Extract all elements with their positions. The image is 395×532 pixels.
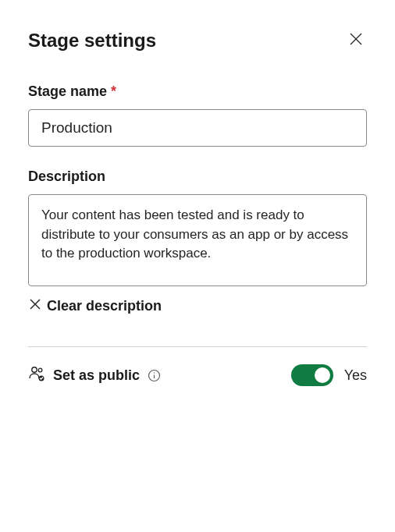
stage-name-label-text: Stage name [28,83,107,99]
toggle-value-label: Yes [344,367,367,384]
set-as-public-label: Set as public [53,367,140,384]
required-marker: * [111,83,116,99]
toggle-knob [315,367,330,383]
description-label: Description [28,168,367,185]
stage-name-input[interactable] [28,109,367,147]
set-as-public-toggle[interactable] [291,364,333,386]
svg-point-5 [38,368,42,372]
stage-name-label: Stage name * [28,83,367,100]
description-textarea[interactable]: Your content has been tested and is read… [28,194,367,286]
info-icon[interactable] [148,369,161,382]
close-icon [28,297,42,315]
clear-description-button[interactable]: Clear description [28,297,162,315]
close-icon [348,31,364,49]
close-button[interactable] [345,28,367,52]
svg-point-4 [32,367,37,372]
svg-point-9 [154,372,155,373]
section-divider [28,346,367,347]
clear-description-label: Clear description [47,298,162,314]
people-icon [28,365,45,385]
panel-title: Stage settings [28,30,156,51]
